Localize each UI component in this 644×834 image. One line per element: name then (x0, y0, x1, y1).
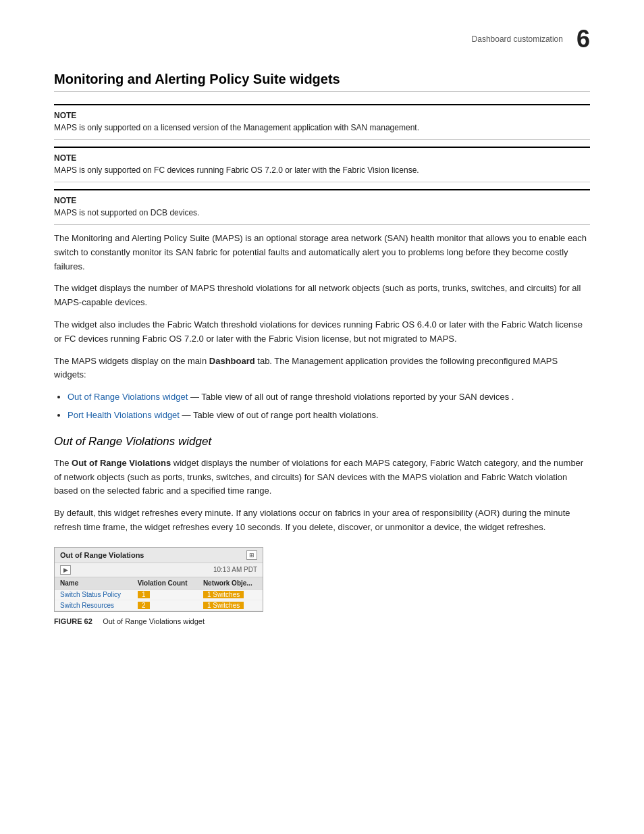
subsection-para-1-prefix: The (54, 458, 72, 468)
page-number: 6 (576, 27, 590, 51)
body-para-4-prefix: The MAPS widgets display on the main (54, 356, 209, 366)
row1-name[interactable]: Switch Status Policy (55, 589, 132, 600)
note-label-3: NOTE (54, 196, 590, 205)
note-text-3: MAPS is not supported on DCB devices. (54, 207, 590, 219)
bullet-item-1-rest: — Table view of all out of range thresho… (188, 392, 514, 402)
dashboard-bold: Dashboard (209, 356, 255, 366)
out-of-range-bold: Out of Range Violations (72, 458, 171, 468)
note-label-1: NOTE (54, 111, 590, 120)
table-row: Switch Status Policy 1 1 Switches (55, 589, 263, 600)
note-text-2: MAPS is only supported on FC devices run… (54, 164, 590, 176)
row1-network-badge: 1 Switches (203, 591, 244, 598)
row1-violation-count: 1 (132, 589, 198, 600)
bullet-item-2-rest: — Table view of out of range port health… (180, 410, 379, 420)
body-para-3: The widget also includes the Fabric Watc… (54, 318, 590, 346)
bullet-list: Out of Range Violations widget — Table v… (68, 390, 590, 423)
chapter-title: Dashboard customization (472, 34, 563, 44)
row2-network-obj: 1 Switches (198, 600, 263, 610)
bullet-item-2: Port Health Violations widget — Table vi… (68, 409, 590, 423)
figure-number: FIGURE 62 (54, 617, 92, 625)
col-network-obj: Network Obje... (198, 577, 263, 590)
row2-violation-count: 2 (132, 600, 198, 610)
widget-table-header-row: Name Violation Count Network Obje... (55, 577, 263, 590)
port-health-link[interactable]: Port Health Violations widget (68, 410, 180, 420)
body-para-4: The MAPS widgets display on the main Das… (54, 355, 590, 383)
subsection-para-1: The Out of Range Violations widget displ… (54, 457, 590, 498)
widget-expand-icon[interactable]: ⊞ (246, 550, 257, 560)
col-name: Name (55, 577, 132, 590)
note-text-1: MAPS is only supported on a licensed ver… (54, 122, 590, 134)
col-violation-count: Violation Count (132, 577, 198, 590)
note-box-3: NOTE MAPS is not supported on DCB device… (54, 189, 590, 225)
out-of-range-link[interactable]: Out of Range Violations widget (68, 392, 188, 402)
widget-screenshot: Out of Range Violations ⊞ ▶ 10:13 AM PDT… (54, 547, 263, 612)
widget-table: Name Violation Count Network Obje... Swi… (55, 577, 263, 611)
row1-network-obj: 1 Switches (198, 589, 263, 600)
figure-caption: FIGURE 62 Out of Range Violations widget (54, 617, 590, 625)
body-para-1: The Monitoring and Alerting Policy Suite… (54, 232, 590, 273)
row2-violation-badge: 2 (138, 602, 150, 609)
figure-caption-text: Out of Range Violations widget (103, 617, 205, 625)
widget-refresh-button[interactable]: ▶ (60, 565, 71, 575)
row1-violation-badge: 1 (138, 591, 150, 598)
widget-timestamp: 10:13 AM PDT (213, 566, 257, 573)
page-header: Dashboard customization 6 (54, 27, 590, 51)
note-box-2: NOTE MAPS is only supported on FC device… (54, 147, 590, 182)
widget-title-bar: Out of Range Violations ⊞ (55, 548, 263, 563)
widget-title: Out of Range Violations (60, 551, 144, 559)
widget-toolbar: ▶ 10:13 AM PDT (55, 563, 263, 577)
note-label-2: NOTE (54, 153, 590, 163)
subsection-title: Out of Range Violations widget (54, 435, 590, 448)
section-title: Monitoring and Alerting Policy Suite wid… (54, 72, 590, 92)
table-row: Switch Resources 2 1 Switches (55, 600, 263, 610)
row2-network-badge: 1 Switches (203, 602, 244, 609)
note-box-1: NOTE MAPS is only supported on a license… (54, 104, 590, 140)
figure-caption-spacer (95, 617, 101, 625)
bullet-item-1: Out of Range Violations widget — Table v… (68, 390, 590, 405)
refresh-para: By default, this widget refreshes every … (54, 506, 590, 535)
row2-name[interactable]: Switch Resources (55, 600, 132, 610)
body-para-2: The widget displays the number of MAPS t… (54, 282, 590, 310)
